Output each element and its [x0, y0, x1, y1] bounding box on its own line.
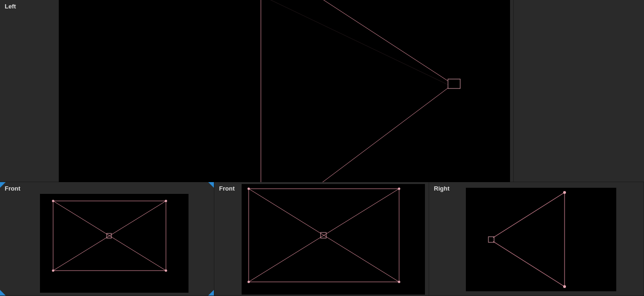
svg-point-16 [248, 281, 250, 283]
svg-line-2 [316, 88, 448, 187]
viewport-front-2[interactable]: Front [214, 182, 429, 296]
viewport-canvas-front-2[interactable] [242, 184, 425, 295]
viewport-front-1[interactable]: Front [0, 182, 214, 296]
svg-point-17 [398, 281, 401, 283]
svg-point-14 [248, 188, 250, 190]
viewport-left[interactable]: Left [0, 0, 514, 182]
svg-point-10 [165, 270, 167, 272]
svg-point-7 [52, 200, 55, 202]
viewport-grid: Left Front [0, 0, 644, 296]
viewport-label-right: Right [434, 185, 449, 192]
svg-point-21 [563, 191, 566, 194]
selection-corner-icon [0, 290, 6, 296]
camera-node-box[interactable] [321, 232, 326, 238]
svg-line-20 [493, 241, 565, 287]
viewport-right[interactable]: Right [429, 182, 644, 296]
viewport-label-left: Left [5, 3, 16, 10]
svg-point-9 [52, 270, 55, 272]
viewport-label-front-2: Front [219, 185, 235, 192]
right-gutter [514, 0, 644, 182]
svg-point-15 [398, 188, 401, 190]
svg-line-1 [316, 0, 448, 81]
viewport-label-front-1: Front [5, 185, 20, 192]
svg-line-3 [261, 0, 448, 85]
camera-node-box[interactable] [107, 233, 111, 238]
selection-corner-icon [208, 290, 214, 296]
viewport-canvas-right[interactable] [466, 188, 616, 291]
selection-corner-icon [208, 182, 214, 188]
viewport-canvas-left[interactable] [59, 0, 510, 182]
svg-line-19 [493, 192, 565, 238]
viewport-canvas-front-1[interactable] [40, 194, 188, 293]
svg-point-22 [563, 285, 566, 288]
svg-point-8 [165, 200, 167, 202]
camera-node-box[interactable] [448, 79, 460, 88]
